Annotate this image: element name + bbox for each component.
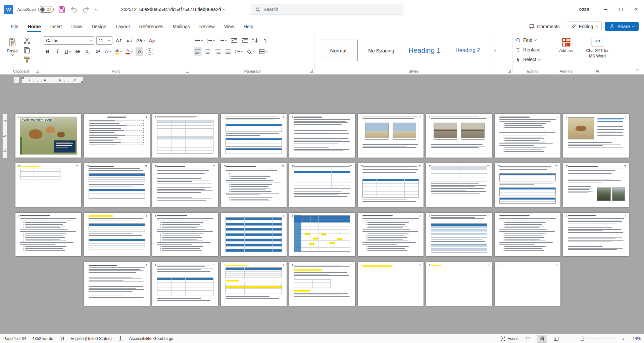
- print-layout-button[interactable]: [537, 335, 547, 342]
- tab-mailings[interactable]: Mailings: [168, 21, 194, 33]
- page-thumbnail[interactable]: [289, 114, 355, 158]
- page-thumbnail[interactable]: [426, 213, 492, 256]
- zoom-slider-thumb[interactable]: [581, 337, 584, 341]
- page-thumbnail[interactable]: [221, 262, 287, 306]
- underline-button[interactable]: U: [64, 47, 71, 56]
- increase-indent-button[interactable]: [241, 36, 249, 45]
- page-thumbnail[interactable]: [563, 213, 629, 256]
- page-thumbnail[interactable]: [221, 114, 287, 158]
- page-thumbnail[interactable]: [563, 114, 629, 158]
- page-thumbnail[interactable]: [289, 213, 355, 256]
- decrease-indent-button[interactable]: [230, 36, 238, 45]
- page-thumbnail[interactable]: [563, 163, 629, 207]
- tab-references[interactable]: References: [135, 21, 168, 33]
- tab-design[interactable]: Design: [87, 21, 111, 33]
- tab-home[interactable]: Home: [23, 21, 46, 33]
- page-thumbnail[interactable]: [426, 163, 492, 207]
- borders-button[interactable]: [258, 47, 268, 56]
- subscript-button[interactable]: x₂: [84, 47, 92, 56]
- shading-button[interactable]: [246, 47, 256, 56]
- clipboard-dialog-launcher[interactable]: [36, 70, 39, 73]
- page-thumbnail[interactable]: [221, 163, 287, 207]
- right-indent-marker[interactable]: [81, 81, 83, 83]
- chatgpt-button[interactable]: GPT ChatGPT forMS Word: [583, 36, 611, 60]
- superscript-button[interactable]: x²: [94, 47, 102, 56]
- share-button[interactable]: Share: [605, 22, 639, 31]
- page-thumbnail[interactable]: [426, 262, 492, 306]
- editing-mode-button[interactable]: Editing: [567, 22, 602, 31]
- shrink-font-button[interactable]: A: [125, 36, 133, 45]
- italic-button[interactable]: I: [54, 47, 61, 56]
- show-formatting-marks-button[interactable]: ¶: [261, 36, 269, 45]
- page-thumbnail[interactable]: [495, 213, 560, 256]
- user-badge[interactable]: 0229: [579, 7, 589, 12]
- page-thumbnail[interactable]: [358, 163, 424, 207]
- zoom-slider[interactable]: [576, 336, 616, 341]
- bullets-button[interactable]: [194, 36, 204, 45]
- styles-more-button[interactable]: [491, 36, 498, 65]
- autosave-toggle[interactable]: Off: [38, 6, 54, 13]
- focus-button[interactable]: Focus: [500, 336, 518, 341]
- tab-file[interactable]: File: [6, 21, 23, 33]
- align-right-button[interactable]: [214, 47, 222, 56]
- find-button[interactable]: Find: [515, 36, 550, 44]
- change-case-button[interactable]: Aa: [136, 36, 145, 45]
- highlight-color-button[interactable]: ab: [114, 47, 122, 56]
- style-normal[interactable]: Normal: [319, 40, 358, 61]
- tab-insert[interactable]: Insert: [45, 21, 66, 33]
- addins-button[interactable]: Add-ins: [556, 36, 576, 55]
- page-thumbnail[interactable]: [84, 262, 150, 306]
- copy-button[interactable]: [23, 46, 31, 54]
- accessibility-status[interactable]: Accessibility: Good to go: [129, 336, 173, 341]
- page-thumbnail[interactable]: [152, 163, 218, 207]
- font-family-combo[interactable]: Calibri: [44, 36, 94, 45]
- document-canvas[interactable]: L 2468 161412 «САЙН МАЛЧИН» ТӨСӨЛ: [0, 75, 644, 334]
- page-thumbnail[interactable]: [358, 262, 424, 306]
- tab-review[interactable]: Review: [195, 21, 219, 33]
- page-thumbnail[interactable]: [152, 213, 218, 256]
- enclose-characters-button[interactable]: A: [146, 48, 153, 55]
- font-size-combo[interactable]: 11: [96, 36, 112, 45]
- page-indicator[interactable]: Page 1 of 34: [3, 336, 26, 341]
- paragraph-dialog-launcher[interactable]: [310, 70, 313, 73]
- page-thumbnail[interactable]: [495, 262, 560, 306]
- sort-button[interactable]: AZ: [251, 36, 259, 45]
- language-indicator[interactable]: English (United States): [70, 336, 112, 341]
- page-thumbnail[interactable]: [495, 163, 560, 207]
- align-left-button[interactable]: [194, 47, 202, 56]
- line-spacing-button[interactable]: [234, 47, 244, 56]
- web-layout-button[interactable]: [551, 335, 561, 342]
- replace-button[interactable]: Replace: [515, 45, 550, 54]
- tab-layout[interactable]: Layout: [111, 21, 135, 33]
- comments-button[interactable]: Comments: [525, 22, 563, 31]
- zoom-in-button[interactable]: +: [621, 336, 626, 342]
- page-thumbnail[interactable]: [84, 114, 150, 158]
- read-mode-button[interactable]: [523, 335, 533, 342]
- page-thumbnail[interactable]: [495, 114, 560, 158]
- font-color-button[interactable]: A: [125, 47, 133, 56]
- page-thumbnail[interactable]: [358, 213, 424, 256]
- tab-draw[interactable]: Draw: [66, 21, 87, 33]
- styles-dialog-launcher[interactable]: [508, 70, 511, 73]
- page-thumbnail[interactable]: [426, 114, 492, 158]
- page-thumbnail[interactable]: [358, 114, 424, 158]
- collapse-ribbon-button[interactable]: [637, 67, 639, 72]
- justify-button[interactable]: [224, 47, 232, 56]
- page-thumbnail[interactable]: [289, 163, 355, 207]
- tab-help[interactable]: Help: [239, 21, 258, 33]
- document-title[interactable]: 202512_60e9d0a554c1dc54f75a710deb86ea2d: [121, 7, 225, 12]
- cut-button[interactable]: [23, 37, 31, 44]
- align-center-button[interactable]: [204, 47, 212, 56]
- style-no-spacing[interactable]: No Spacing: [362, 40, 401, 61]
- restore-button[interactable]: [613, 0, 629, 19]
- format-painter-button[interactable]: [23, 56, 31, 63]
- proofing-errors-icon[interactable]: [59, 336, 64, 341]
- horizontal-ruler[interactable]: 2468: [21, 77, 83, 83]
- word-logo-icon[interactable]: W: [4, 5, 13, 14]
- zoom-percentage[interactable]: 14%: [631, 336, 641, 341]
- minimize-button[interactable]: [598, 0, 613, 19]
- page-thumbnail[interactable]: [15, 163, 81, 207]
- bold-button[interactable]: B: [44, 47, 51, 56]
- page-thumbnail[interactable]: [84, 163, 150, 207]
- select-button[interactable]: Select: [515, 55, 550, 64]
